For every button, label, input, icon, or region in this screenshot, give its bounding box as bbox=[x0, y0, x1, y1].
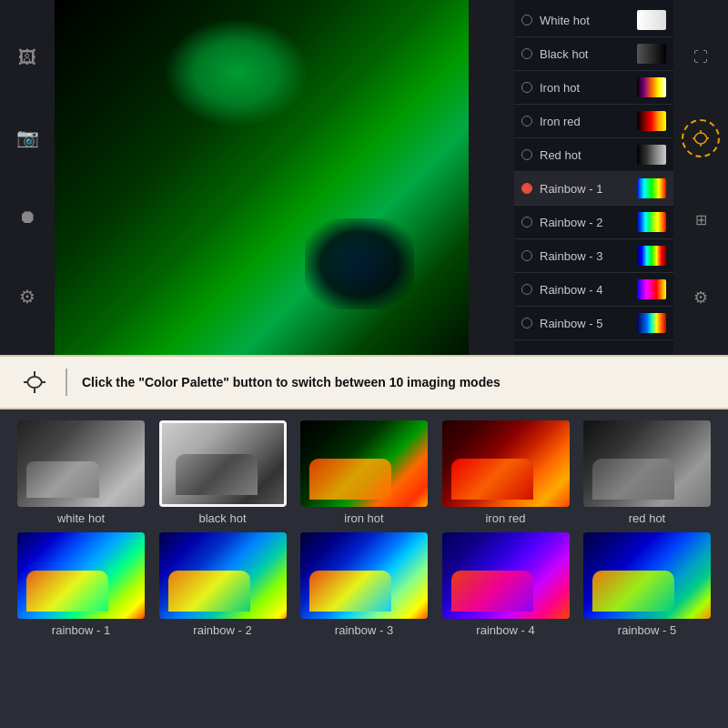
fullscreen-icon[interactable]: ⛶ bbox=[684, 41, 717, 74]
thumbnail-img-thumb-red-hot bbox=[583, 420, 711, 507]
palette-radio-black-hot bbox=[521, 48, 532, 59]
palette-swatch-iron-red bbox=[637, 111, 666, 131]
palette-radio-white-hot bbox=[521, 15, 532, 25]
palette-item-rainbow-5[interactable]: Rainbow - 5 bbox=[514, 307, 673, 340]
thumbnail-label-thumb-rainbow4: rainbow - 4 bbox=[476, 623, 534, 637]
thermal-view bbox=[55, 0, 469, 355]
thumbnail-img-thumb-iron-hot bbox=[300, 420, 428, 507]
palette-radio-red-hot bbox=[521, 149, 532, 160]
palette-name-black-hot: Black hot bbox=[540, 47, 637, 61]
palette-name-rainbow-4: Rainbow - 4 bbox=[540, 283, 637, 297]
palette-radio-iron-hot bbox=[521, 82, 532, 93]
thumbnail-img-thumb-white-hot bbox=[17, 420, 145, 507]
thumbnail-label-thumb-red-hot: red hot bbox=[629, 511, 665, 525]
thumbnail-item-thumb-rainbow1[interactable]: rainbow - 1 bbox=[15, 532, 147, 637]
palette-swatch-rainbow-2 bbox=[637, 212, 666, 232]
record-icon[interactable]: ⏺ bbox=[11, 201, 44, 234]
palette-item-rainbow-4[interactable]: Rainbow - 4 bbox=[514, 273, 673, 307]
right-sidebar: ⛶ ⊞ ⚙ bbox=[673, 0, 728, 355]
palette-item-rainbow-2[interactable]: Rainbow - 2 bbox=[514, 206, 673, 239]
thumbnails-section: white hotblack hotiron hotiron redred ho… bbox=[0, 410, 728, 652]
thumbnail-label-thumb-rainbow2: rainbow - 2 bbox=[193, 623, 251, 637]
palette-item-iron-hot[interactable]: Iron hot bbox=[514, 71, 673, 105]
thumbnail-img-thumb-rainbow3 bbox=[300, 532, 428, 619]
thumbnail-img-thumb-rainbow5 bbox=[583, 532, 711, 619]
palette-item-iron-red[interactable]: Iron red bbox=[514, 105, 673, 138]
palette-name-iron-hot: Iron hot bbox=[540, 81, 637, 95]
thumbnail-item-thumb-black-hot[interactable]: black hot bbox=[157, 420, 289, 525]
palette-swatch-rainbow-3 bbox=[637, 246, 666, 266]
thumbnail-label-thumb-iron-red: iron red bbox=[485, 511, 525, 525]
thumbnail-img-thumb-rainbow2 bbox=[159, 532, 287, 619]
left-sidebar: 🖼 📷 ⏺ ⚙ bbox=[0, 0, 55, 355]
palette-name-red-hot: Red hot bbox=[540, 148, 637, 162]
palette-name-rainbow-3: Rainbow - 3 bbox=[540, 249, 637, 263]
thumbnail-img-thumb-rainbow4 bbox=[442, 532, 570, 619]
palette-swatch-rainbow-1 bbox=[637, 178, 666, 198]
gear-icon[interactable]: ⚙ bbox=[684, 281, 717, 314]
thumbnail-item-thumb-red-hot[interactable]: red hot bbox=[581, 420, 713, 525]
palette-name-rainbow-5: Rainbow - 5 bbox=[540, 317, 637, 330]
instruction-bar: Click the "Color Palette" button to swit… bbox=[0, 355, 728, 410]
palette-radio-rainbow-2 bbox=[521, 217, 532, 228]
palette-name-rainbow-1: Rainbow - 1 bbox=[540, 182, 637, 196]
thumbnail-item-thumb-rainbow5[interactable]: rainbow - 5 bbox=[581, 532, 713, 637]
palette-swatch-white-hot bbox=[637, 10, 666, 30]
palette-item-rainbow-1[interactable]: Rainbow - 1 bbox=[514, 172, 673, 206]
thumbnail-item-thumb-white-hot[interactable]: white hot bbox=[15, 420, 147, 525]
settings-palette-icon[interactable]: ⚙ bbox=[11, 280, 44, 313]
palette-item-red-hot[interactable]: Red hot bbox=[514, 138, 673, 172]
thumbnail-img-thumb-rainbow1 bbox=[17, 532, 145, 619]
palette-swatch-rainbow-4 bbox=[637, 279, 666, 299]
camera-section: 🖼 📷 ⏺ ⚙ White hotBlack hotIron hotIron r… bbox=[0, 0, 728, 355]
palette-name-white-hot: White hot bbox=[540, 14, 637, 27]
thumbnail-item-thumb-rainbow4[interactable]: rainbow - 4 bbox=[440, 532, 572, 637]
thumbnail-label-thumb-iron-hot: iron hot bbox=[344, 511, 383, 525]
palette-swatch-red-hot bbox=[637, 145, 666, 165]
thumbnail-label-thumb-rainbow3: rainbow - 3 bbox=[335, 623, 393, 637]
thumbnail-item-thumb-iron-hot[interactable]: iron hot bbox=[298, 420, 430, 525]
palette-radio-rainbow-5 bbox=[521, 318, 532, 329]
palette-radio-rainbow-1 bbox=[521, 183, 532, 194]
palette-item-black-hot[interactable]: Black hot bbox=[514, 37, 673, 71]
palette-name-iron-red: Iron red bbox=[540, 115, 637, 128]
thumbnail-row-1: white hotblack hotiron hotiron redred ho… bbox=[15, 420, 713, 525]
thumbnail-img-thumb-black-hot bbox=[159, 420, 287, 507]
palette-swatch-black-hot bbox=[637, 44, 666, 64]
thumbnail-label-thumb-white-hot: white hot bbox=[57, 511, 105, 525]
thumbnail-item-thumb-iron-red[interactable]: iron red bbox=[440, 420, 572, 525]
instruction-divider bbox=[66, 369, 67, 396]
instruction-palette-icon bbox=[18, 366, 51, 399]
gallery-icon[interactable]: 🖼 bbox=[11, 42, 44, 75]
palette-swatch-rainbow-5 bbox=[637, 313, 666, 333]
grid-icon[interactable]: ⊞ bbox=[684, 203, 717, 236]
palette-swatch-iron-hot bbox=[637, 77, 666, 97]
camera-icon[interactable]: 📷 bbox=[11, 121, 44, 154]
palette-panel: White hotBlack hotIron hotIron redRed ho… bbox=[514, 0, 673, 355]
palette-item-rainbow-3[interactable]: Rainbow - 3 bbox=[514, 239, 673, 273]
palette-radio-rainbow-4 bbox=[521, 284, 532, 295]
color-palette-active-button[interactable] bbox=[682, 119, 720, 157]
palette-radio-iron-red bbox=[521, 116, 532, 126]
thumbnail-label-thumb-rainbow1: rainbow - 1 bbox=[52, 623, 110, 637]
thumbnail-label-thumb-black-hot: black hot bbox=[198, 511, 246, 525]
thumbnail-item-thumb-rainbow3[interactable]: rainbow - 3 bbox=[298, 532, 430, 637]
thumbnail-item-thumb-rainbow2[interactable]: rainbow - 2 bbox=[157, 532, 289, 637]
palette-item-white-hot[interactable]: White hot bbox=[514, 4, 673, 37]
thumbnail-label-thumb-rainbow5: rainbow - 5 bbox=[618, 623, 676, 637]
instruction-text: Click the "Color Palette" button to swit… bbox=[82, 375, 500, 389]
palette-name-rainbow-2: Rainbow - 2 bbox=[540, 216, 637, 229]
thumbnail-row-2: rainbow - 1rainbow - 2rainbow - 3rainbow… bbox=[15, 532, 713, 637]
palette-radio-rainbow-3 bbox=[521, 250, 532, 261]
thumbnail-img-thumb-iron-red bbox=[442, 420, 570, 507]
